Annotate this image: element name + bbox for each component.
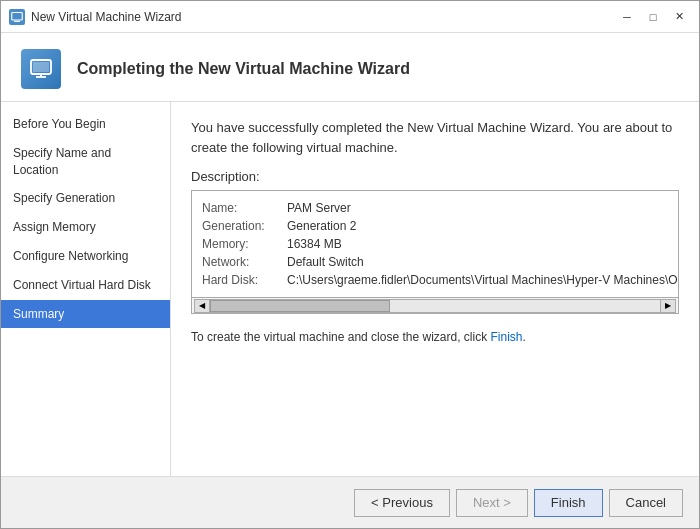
finish-link[interactable]: Finish [490, 330, 522, 344]
desc-key: Memory: [202, 235, 287, 253]
close-button[interactable]: ✕ [667, 7, 691, 27]
svg-rect-0 [12, 12, 23, 20]
desc-value: PAM Server [287, 199, 679, 217]
title-bar-left: New Virtual Machine Wizard [9, 9, 182, 25]
desc-value: Generation 2 [287, 217, 679, 235]
wizard-title: Completing the New Virtual Machine Wizar… [77, 60, 410, 78]
table-row: Network:Default Switch [202, 253, 679, 271]
desc-key: Network: [202, 253, 287, 271]
sidebar: Before You BeginSpecify Name and Locatio… [1, 102, 171, 476]
success-message: You have successfully completed the New … [191, 118, 679, 157]
sidebar-item-connect-vhd[interactable]: Connect Virtual Hard Disk [1, 271, 170, 300]
desc-value: C:\Users\graeme.fidler\Documents\Virtual… [287, 271, 679, 289]
finish-note-suffix: . [523, 330, 526, 344]
desc-value: 16384 MB [287, 235, 679, 253]
svg-rect-1 [14, 20, 20, 21]
main-content: You have successfully completed the New … [171, 102, 699, 476]
wizard-header: Completing the New Virtual Machine Wizar… [1, 33, 699, 102]
desc-key: Name: [202, 199, 287, 217]
window-icon [9, 9, 25, 25]
header-icon [21, 49, 61, 89]
description-label: Description: [191, 169, 679, 184]
content-area: Before You BeginSpecify Name and Locatio… [1, 102, 699, 476]
sidebar-item-summary[interactable]: Summary [1, 300, 170, 329]
window-title: New Virtual Machine Wizard [31, 10, 182, 24]
next-button[interactable]: Next > [456, 489, 528, 517]
sidebar-item-before-you-begin[interactable]: Before You Begin [1, 110, 170, 139]
finish-note: To create the virtual machine and close … [191, 330, 679, 344]
desc-key: Hard Disk: [202, 271, 287, 289]
scroll-right-button[interactable]: ▶ [660, 299, 676, 313]
sidebar-item-configure-networking[interactable]: Configure Networking [1, 242, 170, 271]
finish-button[interactable]: Finish [534, 489, 603, 517]
desc-value: Default Switch [287, 253, 679, 271]
footer: < Previous Next > Finish Cancel [1, 476, 699, 528]
sidebar-item-assign-memory[interactable]: Assign Memory [1, 213, 170, 242]
maximize-button[interactable]: □ [641, 7, 665, 27]
horizontal-scrollbar[interactable]: ◀ ▶ [191, 298, 679, 314]
description-table: Name:PAM ServerGeneration:Generation 2Me… [202, 199, 679, 289]
cancel-button[interactable]: Cancel [609, 489, 683, 517]
window-controls: ─ □ ✕ [615, 7, 691, 27]
sidebar-item-specify-name[interactable]: Specify Name and Location [1, 139, 170, 185]
wizard-window: New Virtual Machine Wizard ─ □ ✕ Complet… [0, 0, 700, 529]
scroll-track[interactable] [210, 299, 660, 313]
table-row: Memory:16384 MB [202, 235, 679, 253]
table-row: Hard Disk:C:\Users\graeme.fidler\Documen… [202, 271, 679, 289]
desc-key: Generation: [202, 217, 287, 235]
description-box: Name:PAM ServerGeneration:Generation 2Me… [191, 190, 679, 298]
previous-button[interactable]: < Previous [354, 489, 450, 517]
sidebar-item-specify-generation[interactable]: Specify Generation [1, 184, 170, 213]
title-bar: New Virtual Machine Wizard ─ □ ✕ [1, 1, 699, 33]
finish-note-prefix: To create the virtual machine and close … [191, 330, 490, 344]
svg-rect-5 [33, 62, 49, 72]
table-row: Name:PAM Server [202, 199, 679, 217]
table-row: Generation:Generation 2 [202, 217, 679, 235]
minimize-button[interactable]: ─ [615, 7, 639, 27]
scroll-left-button[interactable]: ◀ [194, 299, 210, 313]
scroll-thumb[interactable] [210, 300, 390, 312]
